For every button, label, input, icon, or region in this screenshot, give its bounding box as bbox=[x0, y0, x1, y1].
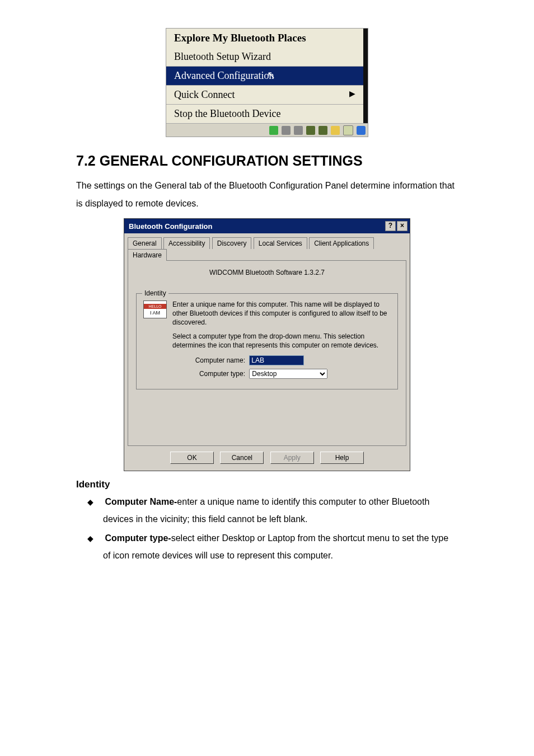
tray-icon-pc[interactable] bbox=[343, 125, 353, 135]
bullet-computer-name-bold: Computer Name- bbox=[105, 497, 177, 506]
dialog-titlebar: Bluetooth Configuration ? × bbox=[124, 219, 410, 233]
dialog-title: Bluetooth Configuration bbox=[129, 222, 212, 231]
dialog-button-row: OK Cancel Apply Help bbox=[124, 446, 410, 471]
bullet-icon: ◆ bbox=[87, 497, 93, 506]
cursor-icon: ↖ bbox=[267, 69, 275, 81]
ok-button[interactable]: OK bbox=[170, 452, 214, 464]
identity-para2: Select a computer type from the drop-dow… bbox=[172, 332, 391, 350]
cancel-button[interactable]: Cancel bbox=[220, 452, 264, 464]
identity-bullet-list: ◆ Computer Name-enter a unique name to i… bbox=[76, 494, 458, 564]
identity-legend: Identity bbox=[142, 289, 168, 297]
computer-type-select[interactable]: Desktop bbox=[249, 369, 327, 379]
tab-discovery[interactable]: Discovery bbox=[212, 237, 252, 249]
submenu-arrow-icon: ▶ bbox=[349, 89, 355, 98]
tab-general[interactable]: General bbox=[128, 237, 162, 249]
bullet-computer-type-bold: Computer type- bbox=[105, 533, 171, 543]
system-tray bbox=[166, 123, 368, 137]
tab-client-applications[interactable]: Client Applications bbox=[309, 237, 374, 249]
computer-name-input[interactable] bbox=[249, 355, 304, 365]
software-version-line: WIDCOMM Bluetooth Software 1.3.2.7 bbox=[136, 269, 398, 276]
tab-panel-general: WIDCOMM Bluetooth Software 1.3.2.7 Ident… bbox=[128, 260, 406, 446]
menu-item-explore-label: Explore My Bluetooth Places bbox=[174, 32, 306, 44]
identity-para1: Enter a unique name for this computer. T… bbox=[172, 300, 391, 327]
menu-item-stop-device-label: Stop the Bluetooth Device bbox=[174, 108, 280, 119]
menu-item-setup-wizard[interactable]: Bluetooth Setup Wizard bbox=[166, 48, 363, 67]
menu-item-advanced-config[interactable]: Advanced Configuration ↖ bbox=[166, 67, 363, 86]
menu-item-stop-device[interactable]: Stop the Bluetooth Device bbox=[166, 105, 363, 123]
tray-icon-app4[interactable] bbox=[306, 126, 315, 135]
bullet-icon: ◆ bbox=[87, 534, 93, 543]
dialog-tabstrip: General Accessibility Discovery Local Se… bbox=[124, 233, 410, 260]
bullet-computer-name: ◆ Computer Name-enter a unique name to i… bbox=[87, 494, 458, 528]
menu-item-quick-connect[interactable]: Quick Connect ▶ bbox=[166, 86, 363, 105]
computer-type-label: Computer type: bbox=[189, 370, 245, 378]
nametag-hello: HELLO bbox=[144, 304, 166, 309]
apply-button: Apply bbox=[270, 452, 314, 464]
identity-subheading: Identity bbox=[76, 479, 458, 490]
tray-icon-app2[interactable] bbox=[282, 126, 291, 135]
bullet-computer-type: ◆ Computer type-select either Desktop or… bbox=[87, 530, 458, 564]
menu-item-setup-wizard-label: Bluetooth Setup Wizard bbox=[174, 51, 271, 62]
bluetooth-tray-context-menu: Explore My Bluetooth Places Bluetooth Se… bbox=[166, 28, 368, 137]
tab-accessibility[interactable]: Accessibility bbox=[163, 237, 210, 249]
identity-fieldset: Identity HELLO I AM Enter a unique name … bbox=[136, 293, 398, 389]
tray-icon-app3[interactable] bbox=[294, 126, 303, 135]
tray-icon-app6[interactable] bbox=[331, 126, 340, 135]
menu-item-explore[interactable]: Explore My Bluetooth Places bbox=[166, 29, 363, 48]
tab-local-services[interactable]: Local Services bbox=[254, 237, 307, 249]
tray-icon-app5[interactable] bbox=[318, 126, 327, 135]
bluetooth-config-dialog: Bluetooth Configuration ? × General Acce… bbox=[124, 218, 410, 471]
context-menu-figure: Explore My Bluetooth Places Bluetooth Se… bbox=[76, 28, 458, 137]
tab-hardware[interactable]: Hardware bbox=[128, 249, 167, 261]
menu-item-advanced-config-label: Advanced Configuration bbox=[174, 70, 274, 81]
titlebar-help-button[interactable]: ? bbox=[385, 221, 396, 231]
section-heading: 7.2 GENERAL CONFIGURATION SETTINGS bbox=[76, 153, 458, 169]
computer-name-label: Computer name: bbox=[189, 356, 245, 364]
identity-nametag-icon: HELLO I AM bbox=[143, 300, 167, 318]
titlebar-close-button[interactable]: × bbox=[397, 221, 407, 231]
menu-item-quick-connect-label: Quick Connect bbox=[174, 89, 235, 100]
nametag-iam: I AM bbox=[144, 309, 166, 316]
tray-icon-bluetooth[interactable] bbox=[357, 126, 366, 135]
help-button[interactable]: Help bbox=[320, 452, 364, 464]
section-intro: The settings on the General tab of the B… bbox=[76, 177, 458, 213]
tray-icon-app1[interactable] bbox=[269, 126, 278, 135]
